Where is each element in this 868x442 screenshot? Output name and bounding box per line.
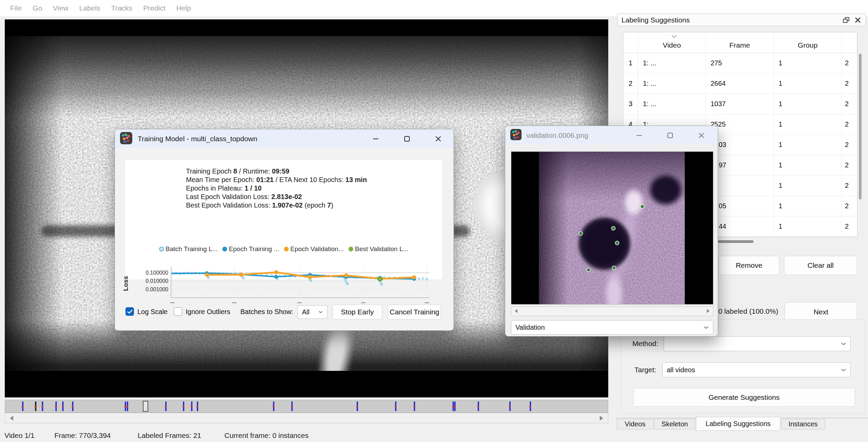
close-icon[interactable] <box>694 129 709 142</box>
scroll-left-arrow-icon[interactable] <box>10 416 13 421</box>
suggestion-frame-marker <box>125 402 126 411</box>
keypoint-dot <box>611 226 615 231</box>
cell-extra: 2 <box>842 73 857 94</box>
cell-frame: 1037 <box>706 94 774 114</box>
cell-num: 3 <box>623 94 638 114</box>
clear-all-button[interactable]: Clear all <box>784 256 857 275</box>
labeled-frame-marker <box>273 405 274 408</box>
legend-marker-icon <box>284 247 289 251</box>
legend-marker-icon <box>159 247 164 251</box>
chart-legend: Batch Training L...Epoch Training ...Epo… <box>125 245 443 253</box>
labeled-frame-marker <box>452 405 453 408</box>
minimize-icon[interactable] <box>368 133 384 145</box>
suggestion-frame-marker <box>478 402 479 411</box>
chevron-down-icon <box>841 342 846 345</box>
batches-dropdown[interactable]: All <box>297 305 327 319</box>
log-scale-label: Log Scale <box>137 308 168 316</box>
cancel-training-button[interactable]: Cancel Training <box>388 305 441 320</box>
suggestion-frame-marker <box>273 402 274 411</box>
validation-scrollbar[interactable] <box>511 307 713 316</box>
method-dropdown[interactable] <box>664 336 851 351</box>
generate-suggestions-button[interactable]: Generate Suggestions <box>633 388 855 407</box>
minimize-icon[interactable] <box>631 129 647 142</box>
scroll-left-arrow-icon[interactable] <box>515 309 517 313</box>
log-scale-checkbox[interactable] <box>125 307 134 316</box>
menu-item-labels[interactable]: Labels <box>74 4 106 12</box>
header-extra[interactable] <box>842 32 857 53</box>
validation-split-dropdown[interactable]: Validation <box>511 320 713 334</box>
suggestion-frame-marker <box>72 402 73 411</box>
ignore-outliers-checkbox[interactable] <box>174 307 182 316</box>
cell-group: 1 <box>774 135 842 155</box>
cell-group: 1 <box>774 114 842 134</box>
labeled-frame-marker <box>529 405 530 408</box>
training-stats: Training Epoch 8 / Runtime: 09:59Mean Ti… <box>186 167 367 210</box>
suggestion-frame-marker <box>357 402 358 411</box>
seekbar-track[interactable] <box>5 400 608 413</box>
labeled-frame-marker <box>454 405 455 408</box>
target-label: Target: <box>634 366 656 374</box>
menu-item-help[interactable]: Help <box>171 4 196 12</box>
cell-group: 1 <box>774 94 842 114</box>
maximize-icon[interactable] <box>662 129 678 142</box>
float-window-icon[interactable] <box>840 15 852 25</box>
target-dropdown[interactable]: all videos <box>662 362 851 377</box>
table-row[interactable]: 21: ...266412 <box>623 73 857 94</box>
seekbar-scrollbar[interactable] <box>5 413 608 423</box>
cell-extra: 2 <box>842 155 857 175</box>
svg-text:...: ... <box>297 298 302 304</box>
menu-item-view[interactable]: View <box>48 4 74 12</box>
suggestion-frame-marker <box>35 402 36 411</box>
suggestion-frame-marker <box>454 402 456 411</box>
sleap-app-icon <box>120 132 132 146</box>
table-horizontal-scrollbar[interactable] <box>717 240 753 243</box>
labeled-frame-marker <box>62 405 63 408</box>
labeled-frame-marker <box>291 405 292 408</box>
maximize-icon[interactable] <box>399 133 415 145</box>
cell-video: 1: ... <box>638 73 706 94</box>
tab-videos[interactable]: Videos <box>617 419 653 429</box>
table-vertical-scrollbar[interactable] <box>859 54 862 199</box>
keypoint-dot <box>615 241 619 245</box>
menu-item-tracks[interactable]: Tracks <box>106 4 138 12</box>
cell-extra: 2 <box>842 94 857 114</box>
cell-group: 1 <box>774 53 842 73</box>
table-row[interactable]: 31: ...103712 <box>623 94 857 114</box>
menu-item-predict[interactable]: Predict <box>138 4 171 12</box>
ignore-outliers-label: Ignore Outliers <box>186 308 230 316</box>
tab-skeleton[interactable]: Skeleton <box>654 419 695 429</box>
suggestion-frame-marker <box>42 402 43 411</box>
table-row[interactable]: 11: ...27512 <box>623 53 857 73</box>
close-icon[interactable] <box>852 15 864 25</box>
close-icon[interactable] <box>430 133 446 145</box>
header-frame[interactable]: Frame <box>706 32 774 53</box>
scroll-right-arrow-icon[interactable] <box>600 416 603 421</box>
suggestion-frame-marker <box>55 402 57 411</box>
validation-window: validation.0006.png <box>505 126 718 337</box>
legend-marker-icon <box>222 247 227 251</box>
labeled-frame-marker <box>477 405 478 408</box>
suggestion-frame-marker <box>22 402 23 411</box>
validation-image <box>539 152 685 305</box>
validation-title: validation.0006.png <box>526 131 588 140</box>
remove-button[interactable]: Remove <box>719 256 779 275</box>
tab-labeling-suggestions[interactable]: Labeling Suggestions <box>696 417 780 431</box>
menu-item-go[interactable]: Go <box>27 4 48 12</box>
tab-instances[interactable]: Instances <box>781 419 825 429</box>
suggestion-frame-marker <box>62 402 64 411</box>
svg-text:0.001000: 0.001000 <box>146 287 168 292</box>
labeled-frame-marker <box>165 405 166 408</box>
header-rownum[interactable] <box>623 32 638 53</box>
header-group[interactable]: Group <box>774 32 842 53</box>
seekbar-handle[interactable] <box>143 401 148 412</box>
labeled-frame-marker <box>183 405 184 408</box>
suggestion-frame-marker <box>165 402 167 411</box>
validation-titlebar[interactable]: validation.0006.png <box>505 126 718 145</box>
suggestion-frame-marker <box>414 402 415 411</box>
labeled-frame-marker <box>55 405 56 408</box>
svg-text:0.100000: 0.100000 <box>146 270 168 276</box>
stop-early-button[interactable]: Stop Early <box>333 305 382 320</box>
scroll-right-arrow-icon[interactable] <box>707 309 710 313</box>
menu-item-file[interactable]: File <box>5 4 27 12</box>
status-video: Video 1/1 <box>4 431 34 440</box>
